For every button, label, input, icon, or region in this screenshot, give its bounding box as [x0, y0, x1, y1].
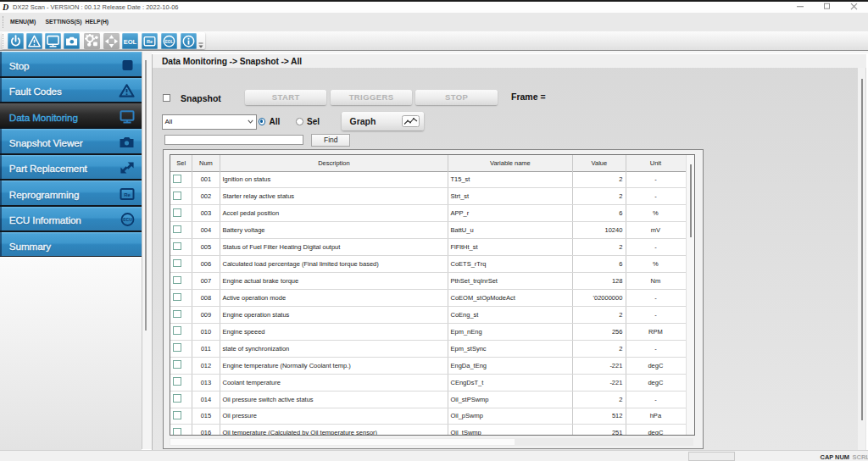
svg-text:ECU: ECU	[123, 218, 132, 223]
svg-text:Re: Re	[124, 192, 131, 197]
svg-text:EOL: EOL	[124, 38, 137, 46]
svg-text:EOL: EOL	[165, 39, 174, 43]
svg-text:Re: Re	[147, 39, 153, 44]
